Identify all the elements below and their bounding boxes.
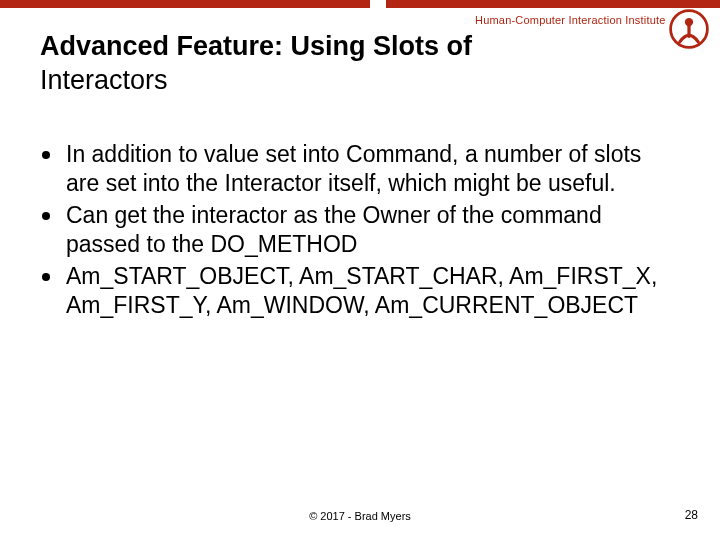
hcii-logo-icon [666,6,712,52]
list-item: In addition to value set into Command, a… [40,140,680,199]
accent-bar-gap [370,0,386,8]
bullet-text: In addition to value set into Command, a… [66,141,641,196]
bullet-list: In addition to value set into Command, a… [40,140,680,323]
list-item: Can get the interactor as the Owner of t… [40,201,680,260]
list-item: Am_START_OBJECT, Am_START_CHAR, Am_FIRST… [40,262,680,321]
slide-title: Advanced Feature: Using Slots of Interac… [40,30,600,98]
bullet-text: Can get the interactor as the Owner of t… [66,202,602,257]
footer-page-number: 28 [685,508,698,522]
bullet-text: Am_START_OBJECT, Am_START_CHAR, Am_FIRST… [66,263,657,318]
org-label: Human-Computer Interaction Institute [475,14,666,26]
title-line-1: Advanced Feature: Using Slots of [40,31,472,61]
slide-top-accent-bar [0,0,720,8]
footer-copyright: © 2017 - Brad Myers [0,510,720,522]
title-line-2: Interactors [40,65,168,95]
